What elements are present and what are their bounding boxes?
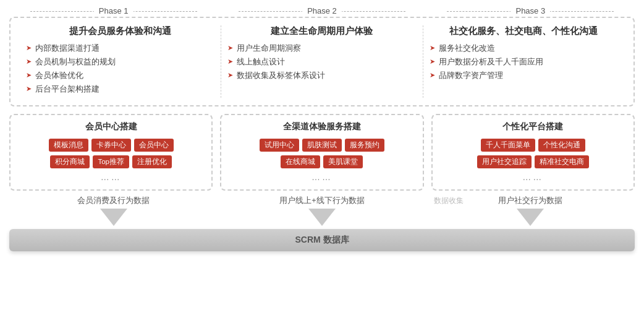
arrow-icon-4: ➤ [26, 85, 32, 93]
arrow-icon-9: ➤ [430, 58, 435, 66]
phase1-title: 提升会员服务体验和沟通 [26, 25, 214, 37]
platform2-box: 全渠道体验服务搭建 试用中心 肌肤测试 服务预约 在线商城 美肌课堂 …… [220, 114, 423, 191]
tag-points-mall: 积分商城 [50, 155, 90, 168]
tag-trial-center: 试用中心 [260, 139, 299, 152]
arrow-icon-10: ➤ [430, 71, 435, 79]
platform3-title: 个性化平台搭建 [439, 121, 627, 132]
dataflow-label2: 用户线上+线下行为数据 [279, 196, 364, 206]
tag-register-opt: 注册优化 [132, 155, 172, 168]
tag-skin-course: 美肌课堂 [323, 155, 363, 168]
platform3-row2: 用户社交追踪 精准社交电商 [439, 155, 627, 168]
platform2-title: 全渠道体验服务搭建 [227, 121, 416, 132]
arrow-down-2 [308, 209, 336, 226]
scrm-label: SCRM 数据库 [295, 235, 349, 244]
arrow-icon-2: ➤ [26, 58, 32, 66]
dataflow-label3: 用户社交行为数据 [498, 196, 562, 206]
platform3-box: 个性化平台搭建 千人千面菜单 个性化沟通 用户社交追踪 精准社交电商 …… [431, 114, 635, 191]
phase3-title: 社交化服务、社交电商、个性化沟通 [430, 25, 618, 37]
arrow-icon-8: ➤ [430, 44, 435, 52]
tag-online-store: 在线商城 [281, 155, 320, 168]
phase1-item-3: ➤ 会员体验优化 [26, 71, 214, 81]
tag-service-booking: 服务预约 [345, 139, 384, 152]
tag-coupon-center: 卡券中心 [91, 139, 131, 152]
arrow-down-3 [517, 209, 544, 226]
tag-social-tracking: 用户社交追踪 [477, 155, 532, 168]
phase1-label: Phase 1 [94, 6, 133, 15]
arrow-icon-1: ➤ [26, 44, 32, 52]
platform1-dots: …… [17, 172, 205, 182]
platform2-row2: 在线商城 美肌课堂 [227, 155, 416, 168]
arrow-icon-5: ➤ [227, 44, 233, 52]
phase-labels-row: Phase 1 Phase 2 Phase 3 [9, 6, 635, 15]
phase3-item-3: ➤ 品牌数字资产管理 [430, 71, 618, 81]
phase2-block: 建立全生命周期用户体验 ➤ 用户生命周期洞察 ➤ 线上触点设计 ➤ 数据收集及标… [221, 25, 423, 98]
scrm-bar: SCRM 数据库 [9, 229, 635, 251]
platform1-box: 会员中心搭建 模板消息 卡券中心 会员中心 积分商城 Top推荐 注册优化 …… [9, 114, 213, 191]
phase3-label-container: Phase 3 [426, 6, 635, 15]
arrow-icon-7: ➤ [227, 71, 233, 79]
phase1-item-1: ➤ 内部数据渠道打通 [26, 43, 214, 54]
arrow-down-1 [100, 209, 127, 226]
phase1-block: 提升会员服务体验和沟通 ➤ 内部数据渠道打通 ➤ 会员机制与权益的规划 ➤ 会员… [20, 25, 221, 98]
platform3-row1: 千人千面菜单 个性化沟通 [439, 139, 627, 152]
platform1-row2: 积分商城 Top推荐 注册优化 [17, 155, 205, 168]
phase1-item-4: ➤ 后台平台架构搭建 [26, 84, 214, 95]
arrow-icon-3: ➤ [26, 71, 32, 79]
phase3-item-2: ➤ 用户数据分析及千人千面应用 [430, 57, 618, 67]
phase2-item-1: ➤ 用户生命周期洞察 [227, 43, 416, 54]
data-collection-label: 数据收集 [434, 196, 464, 206]
phase2-item-3: ➤ 数据收集及标签体系设计 [227, 71, 416, 81]
bottom-section: 会员中心搭建 模板消息 卡券中心 会员中心 积分商城 Top推荐 注册优化 ……… [9, 114, 635, 191]
platform1-row1: 模板消息 卡券中心 会员中心 [17, 139, 205, 152]
dataflow-item1: 会员消费及行为数据 [9, 196, 218, 226]
phase3-block: 社交化服务、社交电商、个性化沟通 ➤ 服务社交化改造 ➤ 用户数据分析及千人千面… [423, 25, 624, 98]
tag-precise-social: 精准社交电商 [535, 155, 589, 168]
phase2-label: Phase 2 [302, 6, 342, 15]
main-wrapper: Phase 1 Phase 2 Phase 3 提升会员服务体验和沟通 ➤ 内部… [0, 0, 644, 257]
platform3-dots: …… [439, 172, 627, 182]
tag-personalized-comm: 个性化沟通 [538, 139, 585, 152]
phase3-label: Phase 3 [511, 6, 550, 15]
phase2-label-container: Phase 2 [218, 6, 426, 15]
platform2-row1: 试用中心 肌肤测试 服务预约 [227, 139, 416, 152]
phase1-item-2: ➤ 会员机制与权益的规划 [26, 57, 214, 67]
phase2-item-2: ➤ 线上触点设计 [227, 57, 416, 67]
phase3-item-1: ➤ 服务社交化改造 [430, 43, 618, 54]
dataflow-item2: 用户线上+线下行为数据 数据收集 [218, 196, 426, 226]
dataflow-label1: 会员消费及行为数据 [77, 196, 150, 206]
top-section: 提升会员服务体验和沟通 ➤ 内部数据渠道打通 ➤ 会员机制与权益的规划 ➤ 会员… [9, 17, 635, 106]
tag-template-msg: 模板消息 [49, 139, 88, 152]
data-flow-section: 会员消费及行为数据 用户线上+线下行为数据 数据收集 用户社交行为数据 [9, 196, 635, 226]
tag-skin-test: 肌肤测试 [302, 139, 342, 152]
phase2-title: 建立全生命周期用户体验 [227, 25, 416, 37]
tag-member-center: 会员中心 [134, 139, 174, 152]
platform1-title: 会员中心搭建 [17, 121, 205, 132]
platform2-dots: …… [227, 172, 416, 182]
arrow-icon-6: ➤ [227, 58, 233, 66]
tag-top-recommend: Top推荐 [93, 155, 129, 168]
tag-personalized-menu: 千人千面菜单 [481, 139, 535, 152]
phase1-label-container: Phase 1 [9, 6, 218, 15]
